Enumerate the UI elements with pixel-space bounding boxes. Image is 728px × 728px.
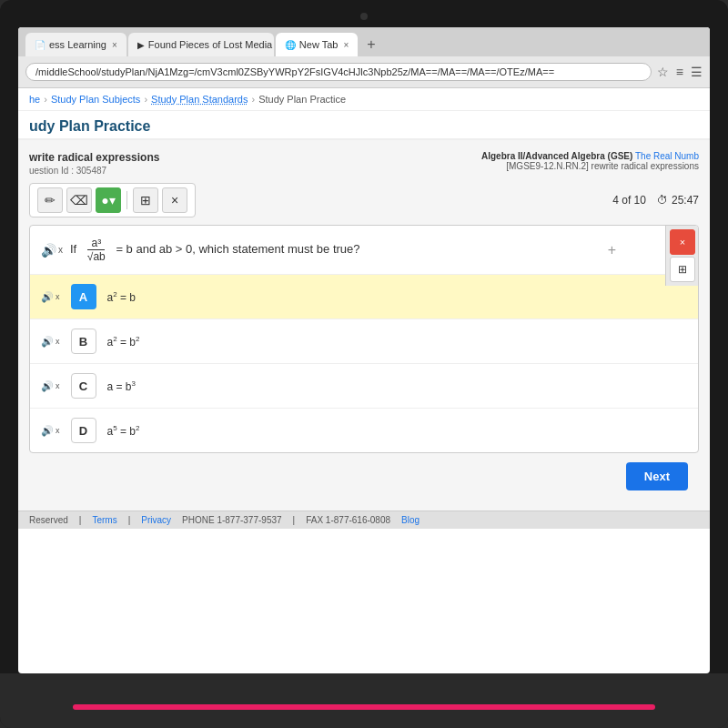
question-box: × ⊞ 🔊 x If a³ √ab = b and	[29, 225, 699, 453]
pencil-button[interactable]: ✏	[37, 187, 63, 213]
breadcrumb-home[interactable]: he	[29, 94, 40, 105]
tab-icon-newtab: 🌐	[285, 40, 296, 50]
close-toolbar-button[interactable]: ×	[162, 187, 187, 213]
tab-newtab[interactable]: 🌐 New Tab ×	[276, 33, 358, 56]
choice-b-audio-icon: 🔊	[41, 336, 54, 348]
progress-text: 4 of 10	[612, 194, 646, 207]
choice-c-letter: C	[71, 373, 96, 399]
tab-media[interactable]: ▶ Found Pieces of Lost Media ( ×	[128, 33, 274, 56]
choice-c-text: a = b3	[107, 379, 136, 393]
breadcrumb-standards[interactable]: Study Plan Standards	[151, 94, 248, 105]
choice-a-audio-icon: 🔊	[41, 291, 54, 303]
question-audio-button[interactable]: 🔊 x	[41, 243, 63, 258]
question-header: write radical expressions uestion Id : 3…	[29, 151, 699, 176]
choice-b-letter: B	[71, 329, 96, 354]
breadcrumb-sep2: ›	[144, 94, 147, 105]
tab-label-media: Found Pieces of Lost Media (	[148, 39, 274, 50]
eraser-button[interactable]: ⌫	[66, 187, 92, 213]
choice-d-audio-x: x	[56, 426, 60, 435]
next-button[interactable]: Next	[626, 462, 688, 490]
choice-a-text: a2 = b	[107, 290, 136, 304]
circle-button[interactable]: ●▾	[96, 187, 121, 213]
reader-icon[interactable]: ≡	[676, 65, 683, 79]
breadcrumb-practice: Study Plan Practice	[258, 94, 346, 105]
subject-text: Algebra II/Advanced Algebra (GSE)	[481, 151, 632, 161]
question-math: If a³ √ab = b and ab > 0, which statemen…	[70, 237, 360, 263]
page-title: udy Plan Practice	[18, 111, 710, 140]
tab-bar: 📄 ess Learning × ▶ Found Pieces of Lost …	[18, 27, 710, 56]
question-side-buttons: × ⊞	[665, 226, 699, 286]
choice-c[interactable]: 🔊 x C a = b3	[30, 364, 698, 409]
webcam-dot	[360, 13, 368, 20]
bottom-bar: Next	[29, 453, 699, 500]
question-id: uestion Id : 305487	[29, 166, 159, 176]
audio-icon: 🔊	[41, 243, 56, 258]
menu-icon[interactable]: ☰	[691, 65, 703, 79]
bookmark-icon[interactable]: ☆	[657, 65, 669, 79]
tab-label-newtab: New Tab	[299, 39, 339, 50]
question-title-area: write radical expressions uestion Id : 3…	[29, 151, 159, 176]
choice-b-audio-x: x	[56, 337, 60, 346]
footer-blog[interactable]: Blog	[401, 515, 420, 525]
choice-d-text: a5 = b2	[107, 424, 140, 438]
page-title-text: udy Plan Practice	[29, 118, 150, 134]
footer-separator2: |	[128, 515, 131, 525]
browser-chrome: 📄 ess Learning × ▶ Found Pieces of Lost …	[18, 27, 710, 88]
choice-d-letter: D	[71, 418, 96, 443]
tab-learning[interactable]: 📄 ess Learning ×	[25, 33, 126, 56]
browser-icons: ☆ ≡ ☰	[657, 65, 703, 79]
footer-fax: FAX 1-877-616-0808	[306, 515, 390, 525]
side-close-button[interactable]: ×	[670, 229, 695, 255]
choice-b-text: a2 = b2	[107, 335, 140, 349]
tab-icon-media: ▶	[137, 40, 145, 50]
breadcrumb-sep1: ›	[44, 94, 47, 105]
timer-value: 25:47	[672, 194, 699, 207]
footer-privacy[interactable]: Privacy	[141, 515, 171, 525]
address-bar-row: /middleSchool/studyPlan/NjA1Mzg=/cmV3cml…	[18, 56, 710, 87]
plus-icon: +	[608, 242, 616, 258]
choice-a[interactable]: 🔊 x A a2 = b	[30, 275, 698, 319]
grid-button[interactable]: ⊞	[133, 187, 158, 213]
choice-b[interactable]: 🔊 x B a2 = b2	[30, 319, 698, 364]
new-tab-button[interactable]: +	[363, 36, 379, 53]
red-strip	[73, 704, 655, 710]
clock-icon: ⏱	[657, 194, 668, 207]
question-standard: [MGSE9-12.N.RN.2] rewrite radical expres…	[481, 161, 699, 171]
choice-c-audio[interactable]: 🔊 x	[41, 380, 60, 392]
choice-b-audio[interactable]: 🔊 x	[41, 336, 60, 348]
choice-d-audio[interactable]: 🔊 x	[41, 425, 60, 437]
breadcrumb-subjects[interactable]: Study Plan Subjects	[51, 94, 140, 105]
footer-terms[interactable]: Terms	[92, 515, 116, 525]
timer: ⏱ 25:47	[657, 194, 699, 207]
footer-separator1: |	[79, 515, 82, 525]
footer: Reserved | Terms | Privacy PHONE 1-877-3…	[18, 511, 710, 529]
side-grid-button[interactable]: ⊞	[670, 257, 695, 282]
laptop-bottom	[0, 673, 728, 728]
toolbar-separator	[126, 191, 127, 209]
choice-a-audio-x: x	[56, 292, 60, 301]
tab-close-learning[interactable]: ×	[112, 40, 117, 50]
question-meta: Algebra II/Advanced Algebra (GSE) The Re…	[481, 151, 699, 171]
footer-separator3: |	[293, 515, 296, 525]
choice-a-audio[interactable]: 🔊 x	[41, 291, 60, 303]
footer-phone: PHONE 1-877-377-9537	[182, 515, 282, 525]
main-content: write radical expressions uestion Id : 3…	[18, 140, 710, 511]
audio-x: x	[58, 245, 63, 255]
toolbar-row: ✏ ⌫ ●▾ ⊞ × 4 of 10 ⏱ 25:47	[29, 183, 699, 217]
fraction-numerator: a³	[87, 237, 105, 250]
choice-d-audio-icon: 🔊	[41, 425, 54, 437]
tab-close-newtab[interactable]: ×	[343, 40, 349, 50]
progress-timer: 4 of 10 ⏱ 25:47	[612, 194, 699, 207]
breadcrumb: he › Study Plan Subjects › Study Plan St…	[18, 88, 710, 111]
choice-d[interactable]: 🔊 x D a5 = b2	[30, 409, 698, 452]
toolbar: ✏ ⌫ ●▾ ⊞ ×	[29, 183, 196, 217]
breadcrumb-sep3: ›	[251, 94, 255, 105]
question-rest-text: = b and ab > 0, which statement must be …	[116, 242, 359, 256]
choice-c-audio-icon: 🔊	[41, 380, 54, 392]
choice-a-letter: A	[71, 284, 96, 309]
choice-c-audio-x: x	[56, 381, 60, 390]
subject-link: The Real Numb	[635, 151, 699, 161]
address-bar[interactable]: /middleSchool/studyPlan/NjA1Mzg=/cmV3cml…	[25, 63, 652, 81]
tab-icon-learning: 📄	[35, 40, 46, 50]
tab-label-learning: ess Learning	[49, 39, 106, 50]
